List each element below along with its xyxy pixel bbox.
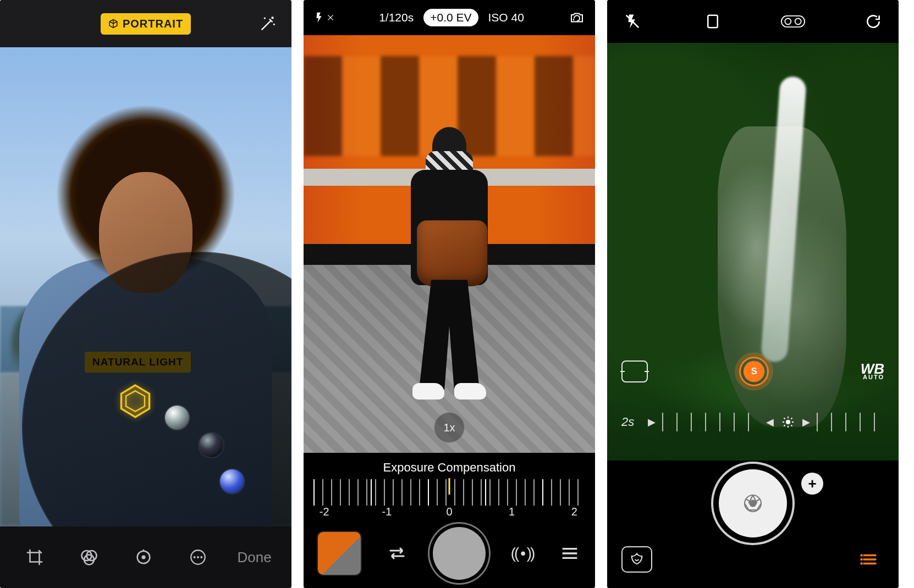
menu-button[interactable] bbox=[559, 542, 581, 564]
zoom-button[interactable]: 1x bbox=[434, 412, 465, 443]
ruler-label: 1 bbox=[509, 506, 515, 518]
brightness-icon bbox=[780, 414, 796, 430]
chevron-left-icon: ◀ bbox=[766, 416, 774, 428]
lighting-option-4[interactable] bbox=[220, 469, 244, 493]
swap-button[interactable] bbox=[386, 542, 408, 564]
portrait-mode-label: PORTRAIT bbox=[123, 18, 183, 30]
svg-point-14 bbox=[795, 19, 801, 25]
editor-bottombar: Done bbox=[0, 526, 291, 588]
dual-lens-button[interactable] bbox=[781, 9, 805, 34]
more-button[interactable] bbox=[183, 542, 213, 572]
shutter-button[interactable] bbox=[719, 469, 787, 537]
shutter-button[interactable] bbox=[433, 527, 486, 580]
viewfinder-overlay-row: S WB AUTO bbox=[607, 354, 899, 389]
refresh-button[interactable] bbox=[861, 9, 885, 34]
filters-button[interactable] bbox=[74, 542, 104, 572]
add-button[interactable]: + bbox=[801, 473, 823, 495]
lighting-option-2[interactable] bbox=[165, 406, 189, 430]
svg-point-18 bbox=[860, 558, 863, 561]
svg-point-6 bbox=[141, 555, 145, 559]
svg-point-17 bbox=[860, 554, 863, 557]
magic-wand-button[interactable] bbox=[256, 12, 279, 35]
mode-label: S bbox=[751, 367, 757, 376]
shutter-speed-readout[interactable]: 1/120s bbox=[379, 11, 414, 24]
last-photo-thumbnail[interactable] bbox=[318, 532, 361, 575]
svg-point-9 bbox=[197, 556, 199, 558]
aspect-button[interactable] bbox=[701, 9, 725, 34]
ev-readout[interactable]: +0.0 EV bbox=[423, 9, 478, 26]
aperture-icon bbox=[735, 486, 770, 521]
mode-shutterpriority-button[interactable]: S bbox=[739, 357, 769, 386]
done-button[interactable]: Done bbox=[237, 549, 271, 566]
exposure-slider[interactable] bbox=[313, 479, 585, 506]
ruler-label: 2 bbox=[571, 506, 577, 518]
camera-bottom-panel: + bbox=[607, 461, 899, 588]
autofocus-button[interactable] bbox=[621, 360, 648, 382]
camera-controls-row: (( • )) bbox=[304, 519, 595, 588]
viewfinder-sliders: 2s ▶ ◀ ▶ bbox=[607, 400, 899, 444]
svg-point-10 bbox=[200, 556, 202, 558]
editor-topbar: PORTRAIT bbox=[0, 0, 291, 47]
chevron-right-icon: ▶ bbox=[648, 416, 656, 428]
camera-flip-button[interactable] bbox=[569, 9, 585, 26]
flash-off-button[interactable] bbox=[620, 9, 645, 34]
exposure-slider[interactable]: ◀ ▶ bbox=[766, 413, 884, 431]
ruler-label: -1 bbox=[382, 506, 392, 518]
cube-icon bbox=[108, 19, 118, 29]
exposure-compensation-title: Exposure Compensation bbox=[304, 453, 595, 477]
portrait-mode-badge[interactable]: PORTRAIT bbox=[101, 13, 191, 35]
gallery-button[interactable] bbox=[621, 546, 652, 573]
ruler-label: -2 bbox=[320, 506, 329, 518]
lighting-option-3[interactable] bbox=[199, 433, 223, 457]
shutter-speed-slider[interactable]: 2s ▶ bbox=[621, 413, 753, 431]
crop-button[interactable] bbox=[20, 542, 49, 572]
phone-b: 1/120s +0.0 EV ISO 40 1x Exposure Compen… bbox=[304, 0, 595, 588]
iso-readout[interactable]: ISO 40 bbox=[488, 11, 524, 24]
svg-point-19 bbox=[860, 562, 863, 565]
svg-point-15 bbox=[786, 420, 790, 424]
wb-sublabel: AUTO bbox=[861, 375, 884, 380]
camera-topbar: 1/120s +0.0 EV ISO 40 bbox=[304, 0, 595, 35]
phone-a: PORTRAIT NATURAL LIGHT bbox=[0, 0, 291, 588]
phone-c: S WB AUTO 2s ▶ ◀ ▶ bbox=[607, 0, 899, 588]
lighting-effect-selected[interactable] bbox=[115, 381, 155, 421]
camera-viewfinder[interactable]: S WB AUTO 2s ▶ ◀ ▶ bbox=[607, 43, 899, 461]
list-button[interactable] bbox=[854, 546, 884, 573]
camera-bottom-panel: Exposure Compensation -2 -1 0 1 2 (( • )… bbox=[304, 453, 595, 588]
white-balance-button[interactable]: WB AUTO bbox=[861, 363, 884, 380]
photo-viewport[interactable]: NATURAL LIGHT bbox=[0, 47, 291, 526]
svg-point-13 bbox=[785, 19, 791, 25]
antishake-button[interactable]: (( • )) bbox=[511, 545, 534, 562]
camera-viewfinder[interactable]: 1x bbox=[304, 35, 595, 453]
scene-person bbox=[408, 127, 491, 413]
ruler-label: 0 bbox=[446, 506, 452, 518]
flash-toggle[interactable] bbox=[313, 12, 334, 24]
camera-topbar bbox=[607, 0, 899, 43]
svg-point-8 bbox=[193, 556, 195, 558]
svg-rect-11 bbox=[708, 15, 718, 28]
adjust-button[interactable] bbox=[129, 542, 158, 572]
shutter-value-label: 2s bbox=[621, 415, 641, 429]
chevron-right-icon: ▶ bbox=[802, 416, 810, 428]
